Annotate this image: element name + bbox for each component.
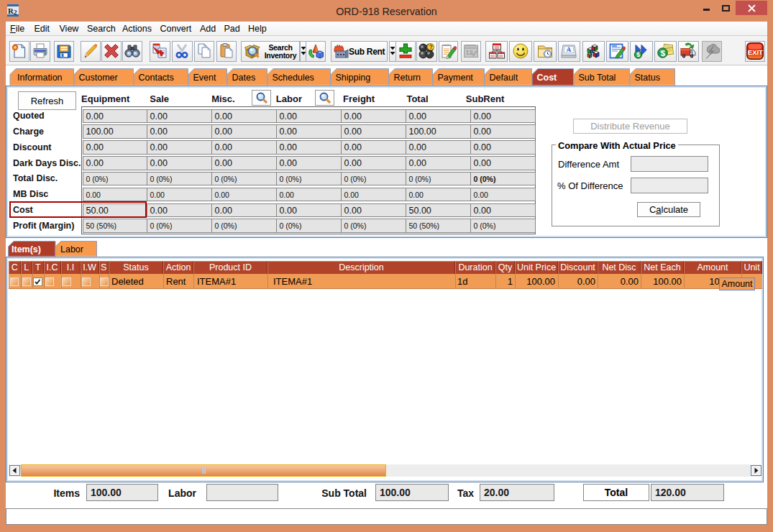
svg-text:Cost: Cost [537,73,558,83]
svg-text:Item(s): Item(s) [12,244,41,254]
svg-text:Shipping: Shipping [336,73,371,83]
svg-text:EXIT: EXIT [747,48,762,56]
svg-text:Event: Event [193,73,216,83]
svg-text:Information: Information [17,73,63,83]
svg-text:Payment: Payment [438,73,474,83]
svg-text:Return: Return [394,73,421,83]
svg-text:Contacts: Contacts [139,73,174,83]
svg-text:?: ? [429,43,433,50]
svg-text:Customer: Customer [79,73,118,83]
svg-text:Default: Default [490,73,518,83]
svg-text:Dates: Dates [232,73,256,83]
svg-text:$: $ [636,51,640,58]
svg-text:Status: Status [635,73,660,83]
svg-text:Labor: Labor [60,244,83,254]
svg-text:$: $ [660,49,665,58]
svg-text:Sub Total: Sub Total [579,73,616,83]
svg-text:Schedules: Schedules [273,73,314,83]
